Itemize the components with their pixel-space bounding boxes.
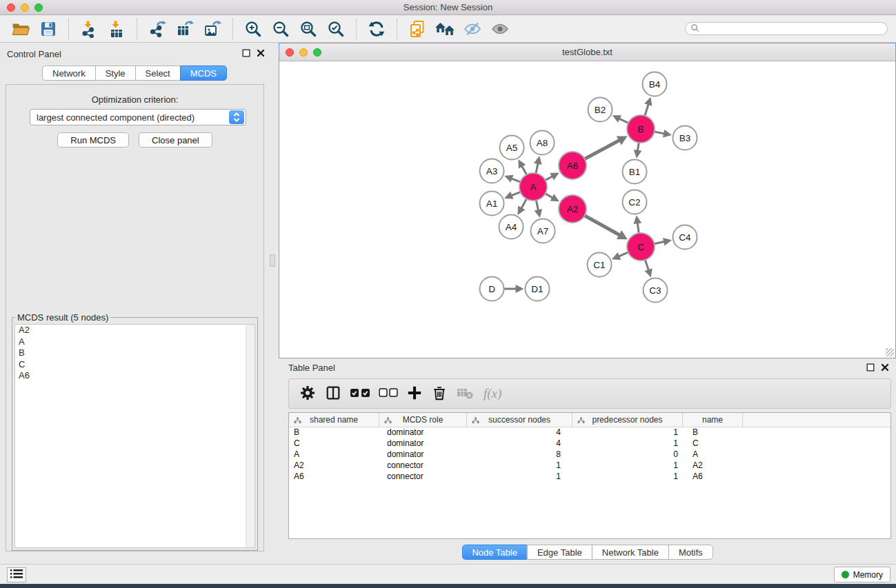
graph-node-B4[interactable]: B4 — [643, 72, 667, 97]
graph-node-B2[interactable]: B2 — [588, 98, 613, 122]
export-network-button[interactable] — [146, 17, 169, 41]
control-panel-tabs: Network Style Select MCDS — [42, 65, 227, 81]
graph-node-A8[interactable]: A8 — [530, 131, 555, 155]
result-list-item[interactable]: A6 — [15, 370, 255, 382]
float-panel-icon[interactable] — [242, 49, 250, 57]
export-image-button[interactable] — [201, 17, 224, 41]
close-table-panel-icon[interactable] — [881, 363, 889, 372]
zoom-window-button[interactable] — [34, 3, 43, 12]
result-list-item[interactable]: C — [15, 359, 255, 371]
column-header-shared-name[interactable]: shared name — [289, 413, 379, 427]
table-settings-button[interactable] — [299, 384, 317, 404]
first-neighbors-button[interactable] — [433, 17, 457, 41]
graph-node-B3[interactable]: B3 — [673, 126, 697, 150]
network-graph[interactable]: AA1A2A3A4A5A6A7A8BB1B2B3B4CC1C2C3C4DD1 — [280, 62, 896, 358]
delete-column-button[interactable] — [431, 385, 448, 403]
minimize-network-window-button[interactable] — [299, 48, 308, 57]
tab-network-table[interactable]: Network Table — [592, 545, 669, 560]
svg-text:C3: C3 — [649, 285, 661, 296]
graph-node-A7[interactable]: A7 — [531, 219, 555, 243]
graph-node-C[interactable]: C — [627, 233, 655, 261]
hide-selected-button[interactable] — [461, 17, 484, 41]
close-panel-button[interactable]: Close panel — [139, 132, 212, 148]
graph-node-B1[interactable]: B1 — [623, 160, 647, 184]
float-table-panel-icon[interactable] — [866, 363, 875, 372]
result-scrollbar[interactable] — [246, 325, 255, 547]
show-all-button[interactable] — [488, 17, 512, 41]
zoom-in-button[interactable] — [241, 17, 265, 41]
tab-edge-table[interactable]: Edge Table — [527, 545, 593, 560]
column-header-successor-nodes[interactable]: successor nodes — [467, 413, 573, 427]
graph-node-C4[interactable]: C4 — [673, 225, 697, 250]
memory-button[interactable]: Memory — [834, 567, 890, 582]
graph-node-C1[interactable]: C1 — [588, 253, 612, 277]
table-row[interactable]: A6connector11A6 — [289, 472, 890, 483]
tab-style[interactable]: Style — [95, 65, 136, 81]
table-panel: Table Panel f(x) shared name MCDS role s… — [279, 358, 896, 564]
table-row[interactable]: Adominator80A — [289, 449, 890, 460]
control-panel: Control Panel Network Style Select MCDS … — [0, 43, 269, 564]
delete-table-button[interactable] — [456, 384, 474, 404]
graph-node-A6[interactable]: A6 — [559, 152, 586, 179]
show-columns-button[interactable] — [325, 385, 341, 403]
zoom-in-icon — [244, 20, 262, 38]
search-input[interactable] — [702, 24, 882, 34]
table-panel-tabs: Node Table Edge Table Network Table Moti… — [461, 545, 713, 560]
table-row[interactable]: Bdominator41B — [289, 427, 890, 438]
function-builder-icon[interactable]: f(x) — [484, 386, 501, 401]
graph-node-D1[interactable]: D1 — [526, 277, 550, 301]
add-column-button[interactable] — [406, 385, 423, 403]
graph-node-A1[interactable]: A1 — [480, 192, 504, 216]
export-image-icon — [203, 20, 221, 38]
column-header-mcds-role[interactable]: MCDS role — [379, 413, 467, 427]
tab-select[interactable]: Select — [135, 65, 181, 81]
zoom-out-button[interactable] — [269, 17, 292, 41]
graph-node-A3[interactable]: A3 — [480, 159, 504, 183]
new-network-from-selection-button[interactable] — [406, 17, 429, 41]
close-network-window-button[interactable] — [286, 48, 294, 57]
select-all-button[interactable] — [350, 387, 370, 401]
export-table-button[interactable] — [173, 17, 197, 41]
column-header-name[interactable]: name — [683, 413, 743, 427]
graph-node-D[interactable]: D — [480, 277, 504, 301]
tab-mcds[interactable]: MCDS — [180, 65, 227, 81]
network-window-titlebar[interactable]: testGlobe.txt — [279, 43, 895, 61]
deselect-all-button[interactable] — [379, 387, 398, 400]
close-panel-icon[interactable] — [257, 49, 265, 57]
criterion-dropdown[interactable]: largest connected component (directed) — [30, 109, 246, 125]
tab-node-table[interactable]: Node Table — [461, 545, 528, 560]
import-network-button[interactable] — [77, 17, 101, 41]
mcds-result-list[interactable]: A2ABCA6 — [14, 324, 255, 548]
window-resize-grip[interactable] — [886, 348, 894, 356]
table-row[interactable]: Cdominator41C — [289, 438, 890, 449]
graph-node-A[interactable]: A — [519, 173, 547, 201]
graph-node-B[interactable]: B — [627, 115, 655, 143]
split-divider-grip[interactable] — [270, 254, 275, 267]
close-window-button[interactable] — [7, 3, 15, 12]
result-list-item[interactable]: B — [15, 347, 255, 359]
minimize-window-button[interactable] — [21, 3, 29, 12]
tab-network[interactable]: Network — [42, 65, 96, 81]
column-header-predecessor-nodes[interactable]: predecessor nodes — [573, 413, 683, 427]
open-file-button[interactable] — [9, 17, 32, 41]
run-mcds-button[interactable]: Run MCDS — [57, 132, 129, 148]
table-cell: dominator — [379, 438, 467, 449]
graph-node-A4[interactable]: A4 — [499, 215, 524, 239]
table-row[interactable]: A2connector11A2 — [289, 460, 890, 472]
refresh-view-button[interactable] — [365, 17, 388, 41]
import-table-button[interactable] — [105, 17, 128, 41]
graph-node-C2[interactable]: C2 — [623, 190, 647, 214]
task-history-button[interactable] — [7, 567, 26, 582]
zoom-fit-button[interactable] — [297, 17, 320, 41]
graph-node-C3[interactable]: C3 — [644, 278, 668, 303]
table-cell: A6 — [289, 472, 379, 483]
zoom-network-window-button[interactable] — [313, 48, 321, 57]
result-list-item[interactable]: A — [15, 336, 255, 348]
zoom-selected-button[interactable] — [324, 17, 348, 41]
tab-motifs[interactable]: Motifs — [668, 545, 713, 560]
result-list-item[interactable]: A2 — [15, 325, 255, 336]
graph-node-A5[interactable]: A5 — [500, 136, 524, 160]
status-bar: Memory — [0, 564, 896, 584]
save-session-button[interactable] — [37, 17, 60, 41]
graph-node-A2[interactable]: A2 — [559, 195, 586, 223]
